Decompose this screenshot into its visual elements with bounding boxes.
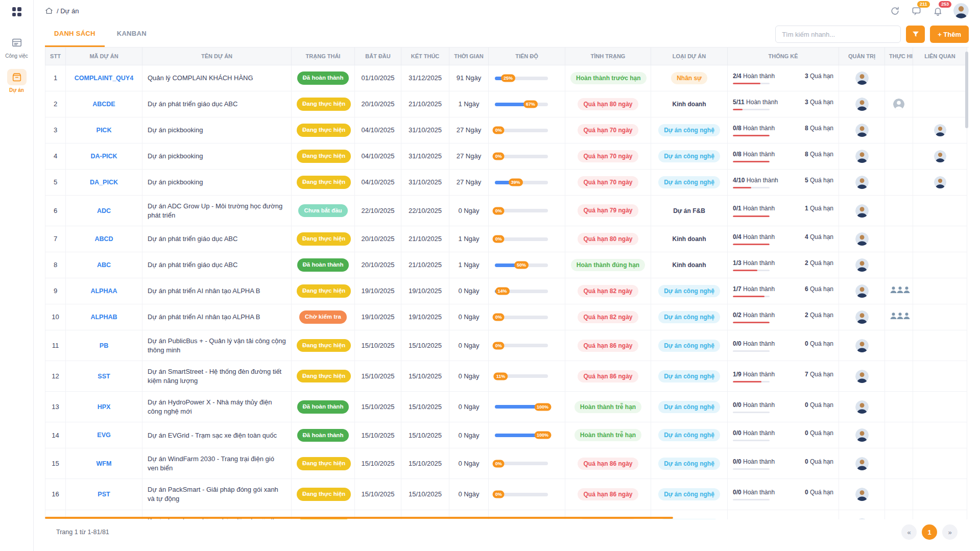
column-header[interactable]: KẾT THÚC <box>401 47 449 65</box>
message-icon[interactable]: 211 <box>911 5 922 16</box>
manager-avatar <box>855 339 869 352</box>
condition-badge: Quá hạn 86 ngày <box>578 488 638 500</box>
next-page-button[interactable]: » <box>942 524 958 540</box>
table-row[interactable]: 8ABCDự án phát triển giáo dục ABCĐã hoàn… <box>45 252 967 278</box>
project-code-link[interactable]: EVG <box>97 432 110 439</box>
status-badge: Đang thực hiện <box>297 98 351 111</box>
table-row[interactable]: 3PICKDự án pickbookingĐang thực hiện04/1… <box>45 117 967 143</box>
column-header[interactable]: LIÊN QUAN <box>913 47 967 65</box>
filter-button[interactable] <box>906 26 925 43</box>
project-code-link[interactable]: PB <box>100 342 108 349</box>
project-code-link[interactable]: ABCD <box>94 235 113 243</box>
cell-end-date: 15/10/2025 <box>401 361 449 392</box>
column-header[interactable]: THỰC HIỆN <box>885 47 913 65</box>
stats-cell: 0/0 Hoàn thành0 Quá hạn <box>733 519 833 519</box>
project-code-link[interactable]: PICK <box>97 127 112 134</box>
cell-end-date: 15/10/2025 <box>401 392 449 422</box>
progress-bar: 50% <box>495 263 548 267</box>
project-code-link[interactable]: ADC <box>97 207 111 214</box>
condition-badge: Quá hạn 86 ngày <box>578 340 638 352</box>
status-badge: Đã hoàn thành <box>297 429 349 442</box>
table-row[interactable]: 13HPXDự án HydroPower X - Nhà máy thủy đ… <box>45 392 967 422</box>
sidebar-item-cong-viec[interactable]: Công việc <box>0 35 33 59</box>
project-code-link[interactable]: DA-PICK <box>90 153 117 160</box>
sidebar-item-label: Dự án <box>9 87 24 93</box>
stats-progress-bar <box>733 83 770 84</box>
column-header[interactable]: TÊN DỰ ÁN <box>142 47 292 65</box>
manager-avatar <box>855 204 869 218</box>
cell-stt: 8 <box>45 252 66 278</box>
project-type-badge: Dự án công nghệ <box>658 176 720 188</box>
cell-start-date: 04/10/2025 <box>355 143 401 170</box>
home-icon[interactable] <box>45 7 53 15</box>
project-code-link[interactable]: DA_PICK <box>90 179 118 186</box>
progress-bar: 0% <box>495 155 548 158</box>
progress-bar: 25% <box>495 77 548 80</box>
column-header[interactable]: STT <box>45 47 66 65</box>
tab-danh-sach[interactable]: DANH SÁCH <box>45 21 105 47</box>
stats-cell: 0/8 Hoàn thành8 Quá hạn <box>733 124 833 136</box>
project-code-link[interactable]: ALPHAA <box>90 288 117 295</box>
refresh-icon[interactable] <box>889 5 900 16</box>
stats-done: 0/8 Hoàn thành <box>733 150 775 158</box>
table-row[interactable]: 4DA-PICKDự án pickbookingĐang thực hiện0… <box>45 143 967 170</box>
project-code-link[interactable]: HPX <box>98 403 111 411</box>
apps-grid-icon[interactable] <box>12 7 21 16</box>
stats-overdue: 5 Quá hạn <box>805 176 833 184</box>
stats-cell: 0/8 Hoàn thành8 Quá hạn <box>733 150 833 162</box>
table-row[interactable]: 9ALPHAADự án phát triển AI nhân tạo ALPH… <box>45 278 967 304</box>
prev-page-button[interactable]: « <box>901 524 917 540</box>
column-header[interactable]: TIẾN ĐỘ <box>489 47 565 65</box>
cell-duration: 27 Ngày <box>449 117 489 143</box>
column-header[interactable]: THỐNG KÊ <box>728 47 839 65</box>
project-code-link[interactable]: ALPHAB <box>90 314 117 321</box>
manager-avatar <box>855 370 869 383</box>
project-code-link[interactable]: ABC <box>97 261 111 269</box>
horizontal-scrollbar[interactable] <box>45 517 673 519</box>
condition-badge: Quá hạn 80 ngày <box>578 98 638 110</box>
column-header[interactable]: BẮT ĐẦU <box>355 47 401 65</box>
sidebar: Công việc Dự án <box>0 0 34 551</box>
project-code-link[interactable]: PST <box>98 491 110 498</box>
project-code-link[interactable]: WFM <box>97 460 112 467</box>
stats-done: 0/8 Hoàn thành <box>733 124 775 132</box>
table-row[interactable]: 1COMPLAINT_QUY4Quản lý COMPLAIN KHÁCH HÀ… <box>45 65 967 91</box>
table-row[interactable]: 12SSTDự án SmartStreet - Hệ thống đèn đư… <box>45 361 967 392</box>
add-button[interactable]: + Thêm <box>930 26 969 43</box>
column-header[interactable]: TÌNH TRẠNG <box>565 47 651 65</box>
column-header[interactable]: LOẠI DỰ ÁN <box>651 47 728 65</box>
project-code-link[interactable]: SST <box>98 373 110 380</box>
table-row[interactable]: 16PSTDự án PackSmart - Giải pháp đóng gó… <box>45 479 967 510</box>
notification-bell-icon[interactable]: 253 <box>932 5 943 16</box>
stats-progress-bar <box>733 381 770 382</box>
project-code-link[interactable]: ABCDE <box>92 101 115 108</box>
sidebar-item-du-an[interactable]: Dự án <box>0 69 33 93</box>
cell-end-date: 21/10/2025 <box>401 91 449 117</box>
page-1-button[interactable]: 1 <box>922 524 937 540</box>
cell-duration: 0 Ngày <box>449 278 489 304</box>
table-row[interactable]: 10ALPHABDự án phát triển AI nhân tạo ALP… <box>45 304 967 330</box>
table-row[interactable]: 7ABCDDự án phát triển giáo dục ABCĐang t… <box>45 226 967 252</box>
table-row[interactable]: 2ABCDEDự án phát triển giáo dục ABCĐang … <box>45 91 967 117</box>
column-header[interactable]: MÃ DỰ ÁN <box>66 47 142 65</box>
table-row[interactable]: 14EVGDự án EVGrid - Trạm sạc xe điện toà… <box>45 422 967 448</box>
manager-avatar <box>855 232 869 246</box>
user-avatar[interactable] <box>953 3 969 18</box>
column-header[interactable]: QUẢN TRỊ <box>839 47 885 65</box>
table-row[interactable]: 15WFMDự án WindFarm 2030 - Trang trại đi… <box>45 448 967 479</box>
table-row[interactable]: 5DA_PICKDự án pickbookingĐang thực hiện0… <box>45 170 967 196</box>
project-type-badge: Dự án công nghệ <box>658 285 720 297</box>
column-header[interactable]: TRẠNG THÁI <box>292 47 355 65</box>
condition-badge: Quá hạn 86 ngày <box>578 370 638 382</box>
tab-kanban[interactable]: KANBAN <box>108 21 156 47</box>
stats-cell: 0/4 Hoàn thành4 Quá hạn <box>733 233 833 245</box>
cell-duration: 91 Ngày <box>449 65 489 91</box>
table-row[interactable]: 6ADCDự án ADC Grow Up - Môi trường học đ… <box>45 196 967 226</box>
progress-bar: 0% <box>495 493 548 496</box>
column-header[interactable]: THỜI GIAN <box>449 47 489 65</box>
search-input[interactable] <box>775 26 901 43</box>
vertical-scrollbar[interactable] <box>965 52 968 128</box>
progress-bar: 0% <box>495 209 548 212</box>
project-code-link[interactable]: COMPLAINT_QUY4 <box>75 75 133 82</box>
table-row[interactable]: 11PBDự án PublicBus + - Quản lý vận tải … <box>45 330 967 361</box>
